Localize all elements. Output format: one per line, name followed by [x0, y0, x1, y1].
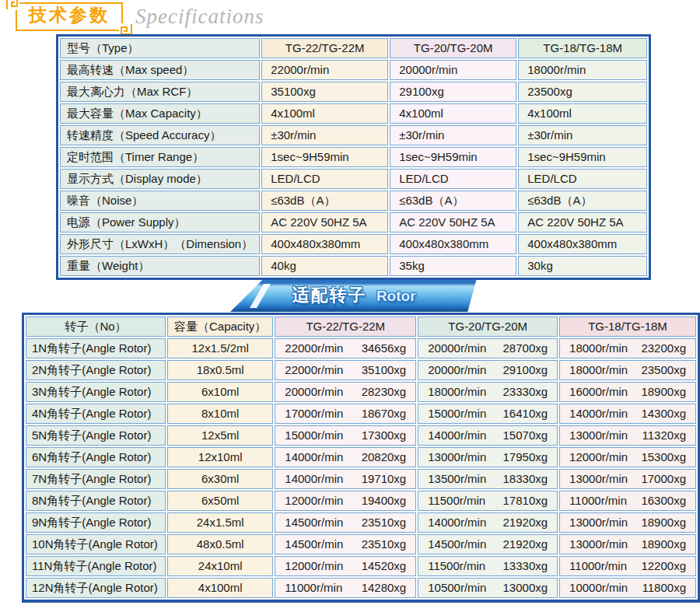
rotor-rcf: 13000xg [503, 579, 548, 596]
rotor-name: 6N角转子(Angle Rotor) [26, 447, 166, 467]
rotor-speed: 10000r/min [569, 579, 628, 596]
rotor-rcf: 18670xg [362, 405, 407, 422]
rotor-capacity: 12x5ml [167, 425, 273, 446]
rotor-speed: 11000r/min [569, 492, 627, 509]
rotor-rcf: 28230xg [362, 383, 407, 400]
rotor-model-cell: 17000r/min18670xg [275, 404, 416, 424]
rotor-model-cell: 14500r/min23510xg [275, 534, 416, 554]
rotor-model-cell: 20000r/min28230xg [275, 382, 416, 402]
rotor-name: 4N角转子(Angle Rotor) [26, 404, 166, 424]
spec-header-tg20: TG-20/TG-20M [390, 38, 516, 58]
rotor-speed-rcf-pair: 10500r/min13000xg [425, 579, 551, 596]
rotor-speed-rcf-pair: 11000r/min14280xg [282, 579, 409, 596]
spec-value: 400x480x380mm [518, 234, 647, 254]
fret-ornament-icon [5, 0, 19, 10]
spec-row: 定时范围（Timer Range）1sec~9H59min1sec~9H59mi… [60, 147, 647, 167]
spec-header-tg18: TG-18/TG-18M [518, 38, 647, 58]
rotor-rcf: 18900xg [641, 514, 686, 531]
rotor-speed: 22000r/min [285, 362, 343, 379]
rotor-model-cell: 14500r/min21920xg [418, 534, 558, 554]
rotor-model-cell: 14000r/min19710xg [275, 469, 416, 489]
spec-row: 最大离心力（Max RCF）35100xg29100xg23500xg [60, 82, 647, 102]
rotor-rcf: 21920xg [503, 514, 548, 531]
page: 技术参数 Specifications 型号（Type） TG-22/TG-22… [0, 0, 700, 605]
rotor-speed-rcf-pair: 12000r/min15300xg [566, 449, 689, 466]
rotor-rcf: 15300xg [641, 449, 686, 466]
rotor-model-cell: 10000r/min11800xg [559, 578, 696, 598]
rotor-rcf: 18900xg [641, 536, 686, 553]
spec-row: 电源（Power Supply）AC 220V 50HZ 5AAC 220V 5… [60, 212, 647, 233]
rotor-model-cell: 22000r/min34656xg [275, 338, 416, 358]
spec-value: 18000r/min [518, 60, 647, 80]
rotor-capacity: 6x30ml [167, 469, 273, 489]
spec-value: ±30r/min [390, 125, 516, 145]
rotor-speed-rcf-pair: 14000r/min21920xg [425, 514, 551, 531]
rotor-speed-rcf-pair: 18000r/min23330xg [425, 383, 551, 400]
rotor-speed: 10500r/min [428, 579, 486, 596]
rotor-rcf: 28700xg [503, 340, 548, 357]
rotor-speed-rcf-pair: 14000r/min14300xg [566, 405, 689, 422]
rotor-row: 1N角转子(Angle Rotor)12x1.5/2ml22000r/min34… [26, 338, 696, 358]
spec-value: LED/LCD [261, 169, 388, 189]
rotor-rcf: 11800xg [642, 579, 686, 596]
rotor-rcf: 13330xg [503, 558, 548, 575]
spec-value: ≤63dB（A） [518, 191, 647, 211]
rotor-rcf: 29100xg [503, 362, 548, 379]
section-title-en: Specifications [135, 5, 264, 29]
rotor-speed: 14000r/min [428, 427, 486, 444]
rotor-rcf: 11320xg [642, 427, 686, 444]
rotor-speed-rcf-pair: 14000r/min20820xg [282, 449, 409, 466]
rotor-speed-rcf-pair: 14000r/min19710xg [282, 470, 409, 488]
rotor-model-cell: 15000r/min16410xg [418, 404, 558, 424]
spec-value: 4x100ml [518, 103, 647, 124]
rotor-model-cell: 11000r/min14280xg [275, 578, 416, 598]
spec-value: ±30r/min [261, 125, 388, 145]
spec-value: 400x480x380mm [390, 234, 516, 254]
rotor-speed: 17000r/min [285, 405, 343, 422]
rotor-model-cell: 20000r/min28700xg [418, 338, 558, 358]
rotor-table-body: 1N角转子(Angle Rotor)12x1.5/2ml22000r/min34… [26, 338, 696, 598]
section-title-box: 技术参数 [16, 2, 123, 31]
rotor-capacity: 12x1.5/2ml [167, 338, 273, 358]
rotor-banner-title-en: Rotor [376, 288, 416, 304]
rotor-name: 7N角转子(Angle Rotor) [26, 469, 166, 489]
rotor-speed: 14000r/min [285, 470, 343, 488]
rotor-rcf: 14300xg [641, 405, 686, 422]
rotor-speed: 11000r/min [569, 558, 627, 575]
rotor-speed: 14500r/min [428, 536, 486, 553]
rotor-model-cell: 20000r/min29100xg [418, 360, 558, 380]
rotor-speed: 12000r/min [285, 492, 343, 509]
rotor-header-tg22: TG-22/TG-22M [275, 316, 416, 337]
rotor-model-cell: 13500r/min18330xg [418, 469, 558, 489]
spec-value: 35kg [390, 256, 516, 276]
rotor-speed-rcf-pair: 22000r/min34656xg [282, 340, 409, 357]
rotor-speed-rcf-pair: 11000r/min12200xg [566, 558, 689, 575]
spec-header-tg22: TG-22/TG-22M [261, 38, 388, 58]
rotor-rcf: 23330xg [503, 383, 548, 400]
rotor-speed: 13000r/min [569, 470, 628, 488]
rotor-speed-rcf-pair: 11500r/min13330xg [425, 558, 551, 575]
rotor-rcf: 18900xg [641, 383, 686, 400]
rotor-row: 3N角转子(Angle Rotor)6x10ml20000r/min28230x… [26, 382, 696, 402]
rotor-speed: 22000r/min [285, 340, 343, 357]
rotor-rcf: 17810xg [503, 492, 548, 509]
rotor-rcf: 17300xg [362, 427, 407, 444]
rotor-model-cell: 11000r/min12200xg [559, 556, 696, 576]
rotor-rcf: 18330xg [503, 470, 548, 488]
rotor-speed: 14500r/min [285, 536, 343, 553]
rotor-capacity: 24x10ml [167, 556, 273, 576]
rotor-speed: 13000r/min [428, 449, 486, 466]
rotor-model-cell: 13000r/min18900xg [559, 512, 696, 533]
spec-value: 29100xg [390, 82, 516, 102]
rotor-capacity: 12x10ml [167, 447, 273, 467]
rotor-rcf: 23510xg [362, 514, 407, 531]
rotor-rcf: 14280xg [362, 579, 407, 596]
rotor-row: 5N角转子(Angle Rotor)12x5ml15000r/min17300x… [26, 425, 696, 446]
rotor-speed-rcf-pair: 18000r/min23500xg [566, 362, 689, 379]
rotor-header-capacity: 容量（Capacity） [167, 316, 273, 337]
rotor-rcf: 20820xg [362, 449, 407, 466]
rotor-model-cell: 13000r/min18900xg [559, 534, 696, 554]
rotor-speed: 15000r/min [285, 427, 343, 444]
spec-value: LED/LCD [518, 169, 647, 189]
rotor-rcf: 34656xg [362, 340, 407, 357]
